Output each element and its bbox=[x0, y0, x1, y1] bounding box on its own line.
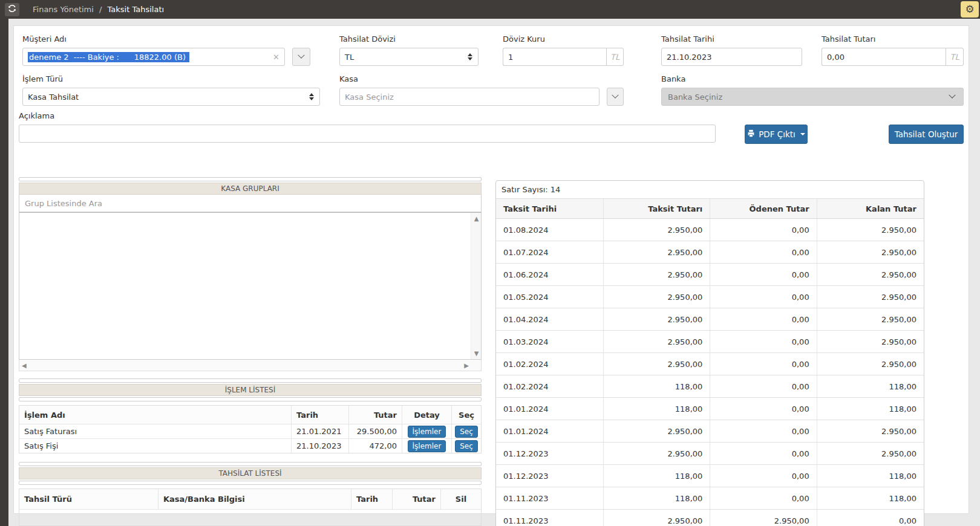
table-cell: 01.06.2024 bbox=[496, 264, 604, 285]
column-header: Kasa/Banka Bilgisi bbox=[158, 489, 351, 509]
table-cell: 01.11.2023 bbox=[496, 487, 604, 509]
table-cell: 0,00 bbox=[817, 510, 924, 526]
currency-label: Tahsilat Dövizi bbox=[339, 34, 479, 44]
customer-dropdown-button[interactable] bbox=[292, 48, 310, 66]
collection-date-input[interactable] bbox=[661, 48, 802, 66]
breadcrumb: Finans Yönetimi / Taksit Tahsilatı bbox=[33, 5, 164, 14]
table-cell: 118,00 bbox=[604, 398, 710, 420]
table-cell: 01.02.2024 bbox=[496, 353, 604, 375]
cash-register-input[interactable] bbox=[339, 88, 599, 106]
exchange-rate-label: Döviz Kuru bbox=[503, 34, 624, 44]
breadcrumb-page: Taksit Tahsilatı bbox=[108, 5, 165, 14]
scroll-up-icon[interactable]: ▲ bbox=[471, 215, 482, 222]
horizontal-scrollbar[interactable]: ◀ ▶ bbox=[19, 360, 482, 371]
table-cell: 2.950,00 bbox=[817, 331, 924, 352]
table-cell: 01.02.2024 bbox=[496, 375, 604, 397]
column-header: Tahsil Türü bbox=[19, 489, 158, 509]
panel-bottom-bar bbox=[19, 397, 482, 401]
column-header: Kalan Tutar bbox=[817, 199, 924, 218]
collection-table-header: Tahsil Türü Kasa/Banka Bilgisi Tarih Tut… bbox=[19, 489, 481, 510]
table-row: 01.08.20242.950,000,002.950,00 bbox=[496, 219, 924, 241]
exchange-rate-input[interactable] bbox=[503, 48, 606, 66]
topbar: Finans Yönetimi / Taksit Tahsilatı ⚙ bbox=[0, 0, 980, 19]
table-cell: 2.950,00 bbox=[817, 420, 924, 442]
transaction-type-select[interactable]: Kasa Tahsilat bbox=[22, 88, 320, 106]
collection-form: Müşteri Adı deneme 2 ---- Bakiye : 18822… bbox=[14, 26, 969, 177]
customer-label: Müşteri Adı bbox=[22, 34, 310, 44]
table-cell: Satış Faturası bbox=[19, 424, 292, 438]
transaction-list-header: İŞLEM LİSTESİ bbox=[19, 384, 482, 396]
sec-button[interactable]: Seç bbox=[455, 426, 478, 438]
transaction-table: İşlem Adı Tarih Tutar Detay Seç Satış Fa… bbox=[19, 405, 482, 453]
table-cell: 118,00 bbox=[817, 487, 924, 509]
column-header: Seç bbox=[452, 406, 481, 424]
column-header: Sil bbox=[441, 489, 481, 509]
table-row: 01.02.20242.950,000,002.950,00 bbox=[496, 353, 924, 375]
collection-list-header: TAHSİLAT LİSTESİ bbox=[19, 467, 482, 479]
table-cell: 2.950,00 bbox=[604, 331, 710, 352]
panel-top-bar bbox=[19, 378, 482, 383]
islemler-button[interactable]: İşlemler bbox=[408, 440, 446, 452]
islemler-button[interactable]: İşlemler bbox=[408, 426, 446, 438]
collection-amount-input[interactable] bbox=[822, 48, 946, 66]
table-cell: 118,00 bbox=[817, 398, 924, 420]
table-cell: 118,00 bbox=[604, 465, 710, 487]
table-cell: 0,00 bbox=[710, 286, 817, 308]
collection-amount-suffix: TL bbox=[946, 48, 964, 66]
table-cell: 0,00 bbox=[710, 308, 817, 330]
exchange-rate-suffix: TL bbox=[606, 48, 624, 66]
table-row: 01.12.2023118,000,00118,00 bbox=[496, 465, 924, 487]
table-cell: 01.11.2023 bbox=[496, 510, 604, 526]
table-cell: 2.950,00 bbox=[604, 353, 710, 375]
table-cell: 01.07.2024 bbox=[496, 241, 604, 263]
cash-groups-list[interactable]: ▲ ▼ bbox=[19, 212, 482, 360]
scroll-right-icon[interactable]: ▶ bbox=[464, 362, 469, 369]
sec-button[interactable]: Seç bbox=[455, 440, 478, 452]
scroll-left-icon[interactable]: ◀ bbox=[22, 362, 27, 369]
table-row: 01.01.2024118,000,00118,00 bbox=[496, 398, 924, 420]
transaction-type-label: İşlem Türü bbox=[22, 74, 320, 83]
table-cell: 01.08.2024 bbox=[496, 219, 604, 241]
customer-combobox[interactable]: deneme 2 ---- Bakiye : 18822.00 (B) ✕ bbox=[22, 48, 285, 66]
table-cell: 2.950,00 bbox=[604, 420, 710, 442]
pdf-output-label: PDF Çıktı bbox=[759, 129, 795, 139]
description-field-group: Açıklama bbox=[19, 111, 716, 143]
table-cell: 2.950,00 bbox=[604, 308, 710, 330]
scroll-down-icon[interactable]: ▼ bbox=[471, 350, 482, 357]
table-row: 01.01.20242.950,000,002.950,00 bbox=[496, 420, 924, 443]
description-label: Açıklama bbox=[19, 111, 716, 120]
islem-table-body: Satış Faturası21.01.202129.500,00İşlemle… bbox=[19, 424, 481, 453]
collapsed-sidebar-strip bbox=[0, 0, 8, 526]
refresh-button[interactable] bbox=[5, 3, 19, 16]
collection-list-title: TAHSİLAT LİSTESİ bbox=[218, 469, 281, 478]
table-cell: 118,00 bbox=[817, 465, 924, 487]
group-search-input[interactable] bbox=[19, 195, 481, 212]
settings-button[interactable]: ⚙ bbox=[961, 1, 979, 18]
chevron-down-icon bbox=[949, 92, 955, 99]
breadcrumb-separator: / bbox=[99, 5, 102, 14]
table-row: 01.07.20242.950,000,002.950,00 bbox=[496, 241, 924, 264]
cash-groups-header: KASA GRUPLARI bbox=[19, 183, 482, 195]
table-row: Satış Faturası21.01.202129.500,00İşlemle… bbox=[19, 424, 481, 439]
left-column: KASA GRUPLARI ▲ ▼ ◀ ▶ bbox=[19, 177, 482, 526]
bank-field-group: Banka Banka Seçiniz bbox=[661, 74, 964, 106]
select-arrows-icon bbox=[468, 53, 472, 60]
select-arrows-icon bbox=[309, 93, 314, 100]
table-cell: 2.950,00 bbox=[604, 219, 710, 241]
clear-icon[interactable]: ✕ bbox=[273, 53, 279, 62]
pdf-output-button[interactable]: PDF Çıktı bbox=[745, 125, 808, 144]
caret-down-icon bbox=[800, 133, 805, 135]
currency-field-group: Tahsilat Dövizi TL bbox=[339, 34, 479, 66]
breadcrumb-section[interactable]: Finans Yönetimi bbox=[33, 5, 94, 14]
bank-placeholder: Banka Seçiniz bbox=[668, 93, 722, 102]
chevron-down-icon bbox=[298, 52, 304, 59]
table-cell: 472,00 bbox=[349, 439, 402, 453]
create-collection-button[interactable]: Tahsilat Oluştur bbox=[889, 125, 964, 144]
description-input[interactable] bbox=[19, 125, 716, 143]
table-cell: 2.950,00 bbox=[817, 308, 924, 330]
column-header: Tarih bbox=[292, 406, 349, 424]
vertical-scrollbar[interactable]: ▲ ▼ bbox=[471, 213, 481, 359]
collection-amount-label: Tahsilat Tutarı bbox=[822, 34, 964, 44]
cash-register-dropdown-button[interactable] bbox=[607, 88, 624, 106]
currency-select[interactable]: TL bbox=[339, 48, 479, 66]
